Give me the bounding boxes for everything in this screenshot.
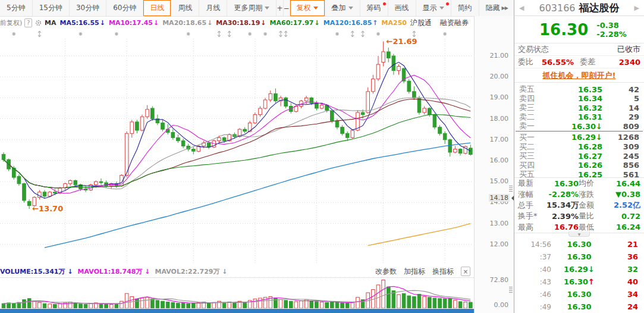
bottom-scrollbar[interactable] — [0, 309, 474, 313]
stat-label: 换手* — [518, 211, 542, 221]
adjust-mode-label: 前复权) — [0, 18, 22, 27]
candlestick-chart[interactable]: ←21.69←13.70 — [0, 29, 474, 265]
last-price-block: 16.30 -0.38 -2.28% — [514, 16, 644, 43]
market-link[interactable]: 融资融券 — [440, 18, 469, 27]
period-button[interactable]: 15分钟 — [33, 0, 70, 16]
stat-label: 量比 — [579, 211, 604, 221]
tick-qty: 34 — [607, 290, 638, 299]
ask-price: 16.32 — [539, 104, 602, 112]
stat-label: 最新 — [518, 178, 542, 189]
scrollbar-grip[interactable] — [508, 186, 513, 192]
event-updown-icon — [38, 31, 41, 37]
help-icon[interactable]: ? — [24, 18, 32, 27]
bid-row[interactable]: 买一16.29↓1268 — [514, 132, 644, 142]
ask-qty: 809 — [602, 122, 639, 131]
period-toolbar: 5分钟15分钟30分钟60分钟日线周线月线更多周期+−复权叠加筹码画线显示简约隐… — [0, 0, 514, 17]
indicator-actions: 改参数加指标换指标 — [375, 267, 461, 277]
change-value: -0.38 — [596, 21, 618, 30]
bid-price: 16.26 — [539, 161, 602, 170]
weibi-value: 56.55% — [542, 58, 574, 67]
ma-line-ma5 — [4, 62, 470, 199]
mavol1-value: MAVOL1:18.748万 ↓ — [78, 267, 150, 276]
ask-row[interactable]: 卖五16.3542 — [514, 84, 644, 93]
bid-row[interactable]: 买三16.27245 — [514, 151, 644, 160]
tool-button[interactable]: 叠加 — [325, 0, 360, 16]
indicator-action-button[interactable]: 改参数 — [375, 267, 397, 277]
period-button[interactable]: 5分钟 — [0, 0, 33, 16]
bid-row[interactable]: 买五16.25561 — [514, 169, 644, 179]
event-star-icon — [443, 32, 447, 36]
status-label: 交易状态 — [518, 44, 549, 55]
stat-value: 15.34万 — [542, 200, 579, 211]
zoom-out-button[interactable]: − — [284, 0, 290, 16]
collapse-tab[interactable]: ▼ — [568, 231, 590, 237]
tick-time: :43 — [520, 278, 551, 286]
ma-line-ma60 — [4, 115, 470, 188]
indicator-action-button[interactable]: 加指标 — [404, 267, 425, 277]
ask-price: 16.34 — [539, 94, 602, 103]
volume-chart[interactable] — [0, 278, 474, 308]
event-updown-icon — [284, 31, 287, 37]
ask-row[interactable]: 卖三16.3214 — [514, 102, 644, 112]
stock-trading-app: 5分钟15分钟30分钟60分钟日线周线月线更多周期+−复权叠加筹码画线显示简约隐… — [0, 0, 644, 313]
ma-value: MA250 — [382, 19, 407, 27]
ask-row[interactable]: 卖二16.3129 — [514, 112, 644, 121]
ask-row[interactable]: 卖一16.30↓809 — [514, 121, 644, 130]
stat-label: 涨幅 — [518, 189, 542, 200]
event-star-icon — [12, 32, 15, 36]
ask-qty: 29 — [602, 112, 639, 121]
period-button[interactable]: 周线 — [171, 0, 199, 16]
tool-button[interactable]: 筹码 — [360, 0, 388, 16]
tick-row: :3716.3036 — [514, 251, 644, 263]
period-button[interactable]: 60分钟 — [106, 0, 143, 16]
volume-indicator-bar: VOLUME:15.341万 ↓ MAVOL1:18.748万 ↓ MAVOL2… — [0, 265, 474, 278]
tick-qty: 36 — [607, 252, 638, 261]
price-axis-label: 15.00 — [481, 177, 508, 185]
bid-row[interactable]: 买二16.28309 — [514, 142, 644, 151]
scrollbar-grip[interactable] — [508, 287, 513, 293]
tool-button[interactable]: 画线 — [388, 0, 416, 16]
tool-button[interactable]: 简约 — [451, 0, 479, 16]
ask-qty: 42 — [602, 85, 639, 94]
zoom-in-button[interactable]: + — [277, 0, 283, 16]
bid-qty: 309 — [602, 142, 639, 151]
price-axis-tag: 14.18 — [489, 194, 510, 202]
stat-value: 16.24 — [604, 223, 640, 231]
market-link[interactable]: 沪股通 — [410, 18, 432, 27]
price-annotation: ←13.70 — [32, 204, 63, 213]
period-button[interactable]: 更多周期 — [227, 0, 277, 16]
next-stock-icon[interactable]: ▶ — [630, 4, 644, 12]
stat-row: 换手*2.39%量比0.72 — [514, 211, 644, 221]
event-star-icon — [115, 32, 118, 36]
ask-price: 16.31 — [539, 112, 602, 121]
bid-price: 16.29↓ — [539, 133, 602, 142]
prev-stock-icon[interactable]: ◀ — [514, 4, 529, 12]
period-button[interactable]: 30分钟 — [70, 0, 106, 16]
period-button-label: 30分钟 — [76, 3, 99, 13]
tool-button[interactable]: 隐藏▶▶ — [479, 0, 515, 16]
quote-panel: 16.30 -0.38 -2.28% 交易状态 已收市 委比 56.55% 委差… — [514, 16, 644, 313]
ma-value: MA5:16.55↓ — [59, 19, 105, 27]
period-button[interactable]: 月线 — [199, 0, 227, 16]
tool-button-label: 显示 — [423, 3, 437, 13]
stat-label: 总手 — [518, 200, 542, 211]
arrow-down-icon: ↓ — [315, 19, 320, 27]
gear-icon[interactable] — [34, 19, 42, 27]
tick-row: :4316.30↑40 — [514, 276, 644, 288]
ma-group-label: MA — [45, 19, 56, 27]
period-button-label: 周线 — [178, 3, 192, 13]
ask-row[interactable]: 卖四16.345 — [514, 93, 644, 103]
price-axis: 21.0020.0019.0018.0017.0016.0015.0014.00… — [474, 16, 514, 313]
indicator-action-button[interactable]: 换指标 — [432, 267, 454, 277]
event-star-icon — [187, 32, 190, 36]
promo-banner[interactable]: 抓住机会，即刻开户! — [514, 68, 644, 83]
tool-button[interactable]: 显示 — [416, 0, 451, 16]
arrow-down-icon: ↓ — [588, 265, 595, 274]
stat-value: 0.72 — [604, 212, 640, 221]
period-button[interactable]: 日线 — [143, 0, 171, 16]
bid-row[interactable]: 买四16.26856 — [514, 160, 644, 170]
close-indicator-icon[interactable]: × — [461, 267, 470, 276]
tool-button[interactable]: 复权 — [290, 0, 325, 16]
stat-value: 16.44 — [604, 179, 640, 188]
event-markers — [12, 31, 447, 37]
